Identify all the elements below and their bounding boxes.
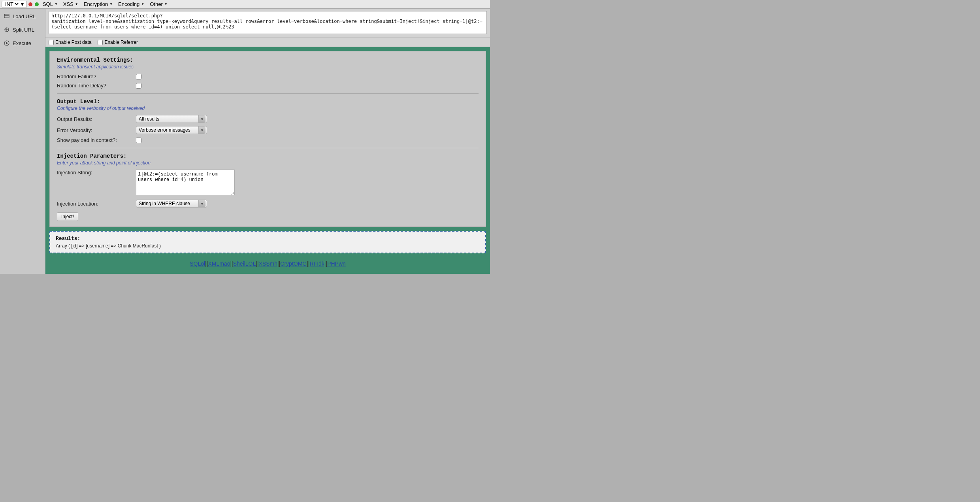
inject-button-row: Inject! (57, 211, 479, 221)
enable-post-label[interactable]: Enable Post data (49, 40, 91, 45)
enable-post-checkbox[interactable] (49, 40, 54, 45)
sidebar-split-url-label: Split URL (13, 27, 34, 33)
environmental-subtitle: Simulate transient application issues (57, 64, 479, 70)
post-row: Enable Post data Enable Referrer (45, 38, 490, 47)
environmental-settings-section: Environmental Settings: Simulate transie… (57, 57, 479, 89)
results-content: Array ( [id] => [username] => Chunk MacR… (56, 243, 480, 249)
random-delay-checkbox[interactable] (136, 83, 141, 89)
menu-xss[interactable]: XSS (61, 1, 81, 8)
output-results-select[interactable]: All results First result only No results (136, 115, 207, 123)
injection-location-row: Injection Location: String in WHERE clau… (57, 200, 479, 208)
error-verbosity-label: Error Verbosity: (57, 127, 136, 133)
show-payload-checkbox[interactable] (136, 138, 141, 143)
enable-referrer-label[interactable]: Enable Referrer (98, 40, 138, 45)
injection-location-control: String in WHERE clause Integer in WHERE … (136, 200, 207, 208)
output-level-subtitle: Configure the verbosity of output receiv… (57, 106, 479, 111)
menubar: INT ▼ SQL XSS Encryption Encoding Other (0, 0, 490, 9)
injection-string-label: Injection String: (57, 170, 136, 176)
injection-subtitle: Enter your attack string and point of in… (57, 160, 479, 166)
random-failure-label: Random Failure? (57, 74, 136, 79)
led-green-icon (35, 2, 39, 6)
error-verbosity-control: Verbose error messages No error messages… (136, 126, 207, 134)
random-failure-row: Random Failure? (57, 74, 479, 79)
show-payload-control (136, 138, 141, 143)
footer-link-phpwn[interactable]: PHPwn (327, 260, 346, 267)
error-verbosity-select[interactable]: Verbose error messages No error messages (136, 126, 207, 134)
load-url-icon (3, 13, 10, 20)
random-failure-control (136, 74, 141, 79)
footer-link-sheilol[interactable]: SheilLOL (233, 260, 256, 267)
injection-location-select[interactable]: String in WHERE clause Integer in WHERE … (136, 200, 207, 208)
output-results-row: Output Results: All results First result… (57, 115, 479, 123)
menu-encoding[interactable]: Encoding (116, 1, 147, 8)
svg-marker-8 (6, 42, 8, 44)
output-results-control: All results First result only No results… (136, 115, 207, 123)
injection-title: Injection Parameters: (57, 153, 479, 159)
menu-sql[interactable]: SQL (40, 1, 60, 8)
scroll-area: Environmental Settings: Simulate transie… (45, 47, 490, 274)
output-level-section: Output Level: Configure the verbosity of… (57, 98, 479, 143)
random-failure-checkbox[interactable] (136, 74, 141, 79)
injection-location-label: Injection Location: (57, 201, 136, 207)
results-panel: Results: Array ( [id] => [username] => C… (49, 231, 486, 253)
settings-panel: Environmental Settings: Simulate transie… (49, 51, 486, 227)
main-content: Enable Post data Enable Referrer Environ… (45, 9, 490, 274)
show-payload-label: Show payload in context?: (57, 137, 136, 143)
int-select[interactable]: INT (4, 1, 20, 8)
footer-links: SQLol||XMLmao||SheilLOL||XSSmh||CryptOMG… (49, 257, 486, 270)
footer-link-sqlol[interactable]: SQLol (190, 260, 205, 267)
separator-1 (57, 93, 479, 94)
output-level-title: Output Level: (57, 98, 479, 105)
environmental-title: Environmental Settings: (57, 57, 479, 63)
int-select-wrapper[interactable]: INT ▼ (2, 1, 27, 8)
execute-icon (3, 40, 10, 47)
sidebar-item-execute[interactable]: Execute (0, 36, 45, 50)
menu-arrow-icon: ▼ (20, 1, 25, 7)
injection-string-control (136, 170, 235, 196)
url-input-area: Enable Post data Enable Referrer (45, 9, 490, 47)
footer-link-rfidk[interactable]: RFIdk (310, 260, 324, 267)
inject-button[interactable]: Inject! (57, 212, 78, 221)
enable-referrer-checkbox[interactable] (98, 40, 103, 45)
footer-link-cryptomg[interactable]: CryptOMG (280, 260, 307, 267)
footer-link-xssmh[interactable]: XSSmh (259, 260, 277, 267)
sidebar-item-load-url[interactable]: Load URL (0, 9, 45, 23)
url-bar (45, 9, 490, 38)
random-delay-row: Random Time Delay? (57, 83, 479, 89)
footer-link-xmlmao[interactable]: XMLmao (208, 260, 230, 267)
app-body: Load URL Split URL Execute (0, 9, 490, 274)
menu-other[interactable]: Other (147, 1, 170, 8)
random-delay-label: Random Time Delay? (57, 83, 136, 89)
menu-encryption[interactable]: Encryption (81, 1, 115, 8)
url-input[interactable] (49, 11, 487, 34)
injection-string-textarea[interactable] (136, 170, 235, 195)
split-url-icon (3, 26, 10, 33)
show-payload-row: Show payload in context?: (57, 137, 479, 143)
sidebar: Load URL Split URL Execute (0, 9, 45, 274)
injection-string-row: Injection String: (57, 170, 479, 196)
led-red-icon (28, 2, 32, 6)
random-delay-control (136, 83, 141, 89)
injection-parameters-section: Injection Parameters: Enter your attack … (57, 153, 479, 221)
sidebar-load-url-label: Load URL (13, 13, 36, 19)
sidebar-execute-label: Execute (13, 40, 31, 46)
results-title: Results: (56, 236, 480, 242)
output-results-label: Output Results: (57, 116, 136, 122)
sidebar-item-split-url[interactable]: Split URL (0, 23, 45, 36)
error-verbosity-row: Error Verbosity: Verbose error messages … (57, 126, 479, 134)
separator-2 (57, 148, 479, 148)
